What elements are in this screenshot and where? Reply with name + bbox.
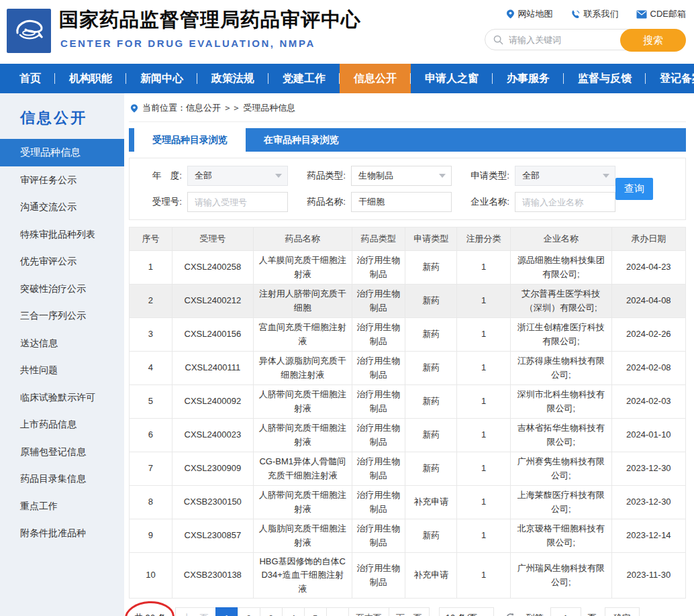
cell-drug-type: 治疗用生物制品 xyxy=(352,419,405,452)
cell-seq: 9 xyxy=(130,519,172,553)
cell-drug-name: 人脐带间充质干细胞注射液 xyxy=(253,385,352,419)
cell-drug-name: CG-BM1异体人骨髓间充质干细胞注射液 xyxy=(253,452,352,486)
last-page-button[interactable]: 至末页 xyxy=(348,607,389,616)
next-page-button[interactable]: 下一页 xyxy=(389,607,430,616)
page-button-1[interactable]: 1 xyxy=(215,607,238,616)
col-reg-class: 注册分类 xyxy=(457,227,511,251)
breadcrumb-text: 当前位置：信息公开 ＞＞ 受理品种信息 xyxy=(142,102,295,114)
sidebar-item-three-in-one[interactable]: 三合一序列公示 xyxy=(0,302,124,329)
nav-applicant[interactable]: 申请人之窗 xyxy=(411,64,493,93)
sidebar-item-clinical-trial-license[interactable]: 临床试验默示许可 xyxy=(0,384,124,411)
page-button-4[interactable]: 4 xyxy=(282,607,305,616)
cell-reg-class: 1 xyxy=(457,251,511,285)
year-label: 年 度: xyxy=(139,170,182,182)
cde-logo[interactable] xyxy=(7,9,51,53)
table-row[interactable]: 5 CXSL2400092 人脐带间充质干细胞注射液 治疗用生物制品 新药 1 … xyxy=(130,385,686,419)
sidebar-item-common-issues[interactable]: 共性问题 xyxy=(0,356,124,384)
search-button[interactable]: 搜索 xyxy=(620,29,686,52)
nav-registration-platform[interactable]: 登记备案平台 xyxy=(646,64,694,93)
sidebar-title: 信息公开 xyxy=(0,108,124,128)
sidebar-item-marketed-drugs[interactable]: 上市药品信息 xyxy=(0,411,124,438)
tab-under-review-catalog[interactable]: 在审品种目录浏览 xyxy=(246,128,357,152)
cell-reg-class: 1 xyxy=(457,452,511,486)
sidebar-item-excipients-registration[interactable]: 原辅包登记信息 xyxy=(0,438,124,466)
cell-apply-type: 新药 xyxy=(405,285,457,318)
cell-apply-type: 新药 xyxy=(405,251,457,285)
cell-drug-name: 宫血间充质干细胞注射液 xyxy=(253,318,352,352)
page-button-5[interactable]: 5 xyxy=(304,607,327,616)
company-input[interactable] xyxy=(515,192,615,212)
cell-drug-name: 注射用人脐带间充质干细胞 xyxy=(253,285,352,318)
sidebar-item-conditional-approval[interactable]: 附条件批准品种 xyxy=(0,519,124,547)
cell-seq: 3 xyxy=(130,318,172,352)
table-row[interactable]: 2 CXSL2400212 注射用人脐带间充质干细胞 治疗用生物制品 新药 1 … xyxy=(130,285,686,318)
apply-type-select[interactable]: 全部 xyxy=(515,166,615,186)
table-row[interactable]: 9 CXSL2300857 人脂肪间充质干细胞注射液 治疗用生物制品 新药 1 … xyxy=(130,519,686,553)
drug-type-select[interactable]: 生物制品 xyxy=(351,166,452,186)
cell-accept-no: CXSL2300857 xyxy=(172,519,253,553)
sidebar-item-breakthrough-therapy[interactable]: 突破性治疗公示 xyxy=(0,275,124,303)
nav-info-disclosure[interactable]: 信息公开 xyxy=(340,64,411,93)
cell-reg-class: 1 xyxy=(457,385,511,419)
cell-drug-name: 人脂肪间充质干细胞注射液 xyxy=(253,519,352,553)
sidebar-item-delivery-info[interactable]: 送达信息 xyxy=(0,329,124,357)
cell-apply-type: 新药 xyxy=(405,318,457,352)
contact-link[interactable]: 联系我们 xyxy=(571,8,619,20)
confirm-button[interactable]: 确定 xyxy=(605,607,640,616)
accept-no-input[interactable] xyxy=(187,192,288,212)
table-row[interactable]: 6 CXSL2400023 人脐带间充质干细胞注射液 治疗用生物制品 新药 1 … xyxy=(130,419,686,452)
cell-accept-no: CXSL2400023 xyxy=(172,419,253,452)
page-button-2[interactable]: 2 xyxy=(238,607,260,616)
sidebar-item-communication[interactable]: 沟通交流公示 xyxy=(0,193,124,221)
tab-bar: 受理品种目录浏览 在审品种目录浏览 xyxy=(129,128,686,152)
cell-drug-type: 治疗用生物制品 xyxy=(352,352,405,385)
page-size-select[interactable]: 10 条/页 ∨ xyxy=(439,607,494,616)
cell-apply-type: 新药 xyxy=(405,519,457,553)
table-row[interactable]: 8 CXSB2300150 人脐带间充质干细胞注射液 治疗用生物制品 补充申请 … xyxy=(130,486,686,519)
cell-seq: 5 xyxy=(130,385,172,419)
cell-apply-type: 补充申请 xyxy=(405,553,457,599)
table-row[interactable]: 1 CXSL2400258 人羊膜间充质干细胞注射液 治疗用生物制品 新药 1 … xyxy=(130,251,686,285)
sidebar-item-key-work[interactable]: 重点工作 xyxy=(0,493,124,520)
chevron-down-icon xyxy=(439,174,446,178)
sidebar-item-special-approval[interactable]: 特殊审批品种列表 xyxy=(0,221,124,248)
sidebar-item-review-tasks[interactable]: 审评任务公示 xyxy=(0,166,124,194)
table-row[interactable]: 7 CXSL2300909 CG-BM1异体人骨髓间充质干细胞注射液 治疗用生物… xyxy=(130,452,686,486)
query-button[interactable]: 查询 xyxy=(615,178,653,200)
sidebar-item-priority-review[interactable]: 优先审评公示 xyxy=(0,248,124,275)
ellipsis-button[interactable]: ... xyxy=(326,607,349,616)
cell-company: 江苏得康生物科技有限公司; xyxy=(510,352,611,385)
drug-name-input[interactable] xyxy=(351,192,452,212)
col-apply-type: 申请类型 xyxy=(405,227,457,251)
nav-supervision[interactable]: 监督与反馈 xyxy=(564,64,646,93)
cell-company: 广州赛隽生物科技有限公司; xyxy=(510,452,611,486)
cell-accept-no: CXSL2400111 xyxy=(172,352,253,385)
goto-page-input[interactable] xyxy=(550,607,581,616)
nav-home[interactable]: 首页 xyxy=(5,64,55,93)
mailbox-link[interactable]: CDE邮箱 xyxy=(636,8,686,20)
prev-page-button[interactable]: 上一页 xyxy=(175,607,216,616)
sidebar-item-accepted-varieties[interactable]: 受理品种信息 xyxy=(0,139,124,166)
tab-accepted-catalog[interactable]: 受理品种目录浏览 xyxy=(134,128,246,152)
year-select[interactable]: 全部 xyxy=(187,166,288,186)
cell-company: 广州瑞风生物科技有限公司; xyxy=(510,553,611,599)
table-row[interactable]: 4 CXSL2400111 异体人源脂肪间充质干细胞注射液 治疗用生物制品 新药… xyxy=(130,352,686,385)
header-right: 网站地图 联系我们 CDE邮箱 xyxy=(485,8,686,50)
sidebar-item-drug-catalog[interactable]: 药品目录集信息 xyxy=(0,465,124,493)
page-button-3[interactable]: 3 xyxy=(260,607,283,616)
nav-services[interactable]: 办事服务 xyxy=(493,64,564,93)
cell-reg-class: 1 xyxy=(457,285,511,318)
cell-reg-class: 1 xyxy=(457,486,511,519)
nav-news[interactable]: 新闻中心 xyxy=(126,64,197,93)
drug-type-label: 药品类型: xyxy=(303,170,346,182)
nav-party[interactable]: 党建工作 xyxy=(268,64,340,93)
cell-date: 2023-12-30 xyxy=(611,452,685,486)
cell-drug-type: 治疗用生物制品 xyxy=(352,553,405,599)
nav-functions[interactable]: 机构职能 xyxy=(55,64,126,93)
sitemap-link[interactable]: 网站地图 xyxy=(506,8,553,20)
table-row[interactable]: 3 CXSL2400156 宫血间充质干细胞注射液 治疗用生物制品 新药 1 浙… xyxy=(130,318,686,352)
table-row[interactable]: 10 CXSB2300138 HBG基因修饰的自体CD34+造血干细胞注射液 治… xyxy=(130,553,686,599)
nav-policy[interactable]: 政策法规 xyxy=(197,64,268,93)
phone-icon xyxy=(571,9,581,19)
refresh-button[interactable] xyxy=(505,612,517,616)
